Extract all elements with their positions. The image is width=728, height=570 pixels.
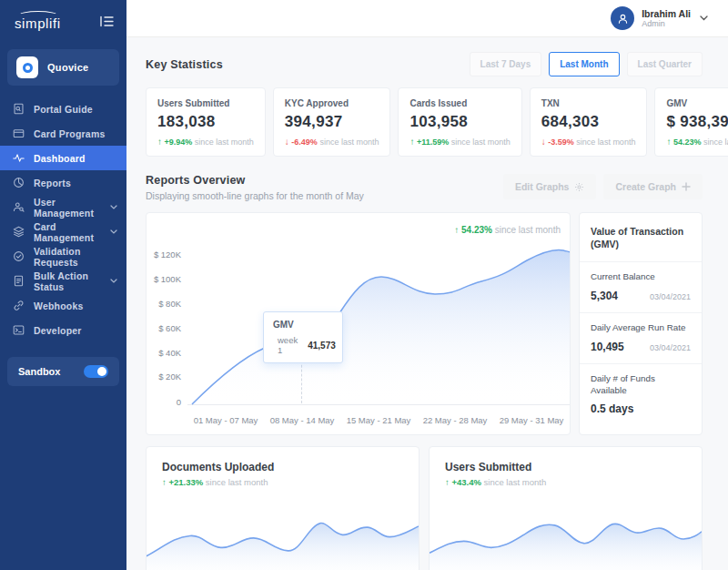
users-submitted-sparkline: [430, 494, 702, 570]
user-management-icon: [13, 201, 25, 213]
filter-last-month[interactable]: Last Month: [549, 52, 619, 76]
x-axis-labels: 01 May - 07 May 08 May - 14 May 15 May -…: [187, 415, 570, 425]
chevron-down-icon: [110, 205, 117, 209]
arrow-up-icon: ↑: [666, 137, 671, 147]
mini-card-title: Documents Uploaded: [162, 461, 419, 473]
sandbox-label: Sandbox: [18, 366, 60, 377]
mini-card-title: Users Submitted: [445, 461, 702, 473]
sidebar-collapse-icon[interactable]: [100, 15, 114, 31]
mini-card-delta: ↑ +21.33% since last month: [162, 477, 419, 487]
dashboard-icon: [13, 152, 25, 164]
stat-card-txn: TXN 684,303 ↓ -3.59% since last month: [530, 87, 648, 157]
y-tick: $ 100K: [147, 274, 181, 284]
sandbox-section: Sandbox: [7, 357, 119, 386]
stat-delta: ↑ +9.94% since last month: [157, 137, 254, 147]
user-name: Ibrahim Ali: [642, 8, 691, 19]
create-graph-button[interactable]: Create Graph: [603, 174, 703, 199]
sidebar-item-user-management[interactable]: User Management: [0, 195, 126, 219]
filter-last-quarter[interactable]: Last Quarter: [627, 52, 703, 76]
y-tick: 0: [147, 397, 181, 407]
gmv-chart-card: ↑ 54.23% since last month $ 120K $ 100K …: [146, 212, 571, 435]
mini-card-delta: ↑ +43.4% since last month: [445, 477, 702, 487]
documents-uploaded-card: Documents Uploaded ↑ +21.33% since last …: [146, 446, 420, 570]
chevron-down-icon: [110, 229, 117, 234]
stat-cards-row: Users Submitted 183,038 ↑ +9.94% since l…: [146, 87, 703, 157]
arrow-up-icon: ↑: [162, 477, 167, 487]
arrow-up-icon: ↑: [445, 477, 450, 487]
gear-icon: [574, 182, 584, 192]
sidebar-item-reports[interactable]: Reports: [0, 170, 126, 195]
y-tick: $ 40K: [147, 348, 181, 358]
documents-uploaded-sparkline: [147, 494, 419, 570]
stat-card-kyc-approved: KYC Approved 394,937 ↓ -6.49% since last…: [273, 87, 391, 157]
chart-tooltip: GMV week 1 41,573: [263, 311, 343, 363]
reports-overview-subtitle: Displaying smooth-line graphs for the mo…: [146, 190, 364, 201]
portal-guide-icon: [13, 103, 25, 115]
validation-requests-icon: [13, 250, 25, 262]
users-submitted-card: Users Submitted ↑ +43.4% since last mont…: [429, 446, 703, 570]
card-management-icon: [13, 226, 25, 238]
filter-last-7-days[interactable]: Last 7 Days: [470, 52, 542, 76]
x-tick: 01 May - 07 May: [187, 415, 264, 425]
stat-card-cards-issued: Cards Issued 103,958 ↑ +11.59% since las…: [398, 87, 521, 157]
time-filter-group: Last 7 Days Last Month Last Quarter: [470, 52, 703, 76]
sidebar-item-validation-requests[interactable]: Validation Requests: [0, 244, 126, 269]
arrow-up-icon: ↑: [157, 137, 162, 147]
edit-graphs-button[interactable]: Edit Graphs: [503, 174, 597, 199]
sandbox-toggle[interactable]: [84, 365, 108, 378]
bulk-action-status-icon: [13, 275, 25, 287]
sidebar-item-dashboard[interactable]: Dashboard: [0, 146, 126, 170]
reports-overview-title: Reports Overview: [146, 174, 364, 187]
y-tick: $ 60K: [147, 323, 181, 333]
sidebar: simplifi Quovice Portal Guide Card Progr…: [0, 0, 126, 570]
gmv-row-daily-average: Daily Average Run Rate 10,495 03/04/2021: [580, 313, 702, 364]
developer-icon: [13, 324, 25, 336]
stat-delta: ↑ +11.59% since last month: [410, 137, 510, 147]
x-tick: 08 May - 14 May: [264, 415, 340, 425]
stat-delta: ↑ 54.23% since last month: [666, 137, 728, 147]
sidebar-item-portal-guide[interactable]: Portal Guide: [0, 97, 126, 121]
workspace-logo-icon: [16, 56, 38, 78]
x-tick: 22 May - 28 May: [417, 415, 493, 425]
arrow-down-icon: ↓: [541, 137, 546, 147]
y-tick: $ 20K: [147, 372, 181, 382]
main-content: Key Statistics Last 7 Days Last Month La…: [126, 37, 728, 570]
webhooks-icon: [13, 300, 25, 311]
stat-delta: ↓ -6.49% since last month: [285, 137, 379, 147]
sidebar-nav: Portal Guide Card Programs Dashboard Rep…: [0, 97, 126, 342]
stat-delta: ↓ -3.59% since last month: [541, 137, 636, 147]
x-tick: 29 May - 31 May: [493, 415, 570, 425]
y-tick: $ 80K: [147, 299, 181, 309]
chevron-down-icon: [110, 279, 117, 283]
gmv-row-funds-available: Daily # of Funds Available 0.5 days: [580, 364, 702, 425]
stat-card-users-submitted: Users Submitted 183,038 ↑ +9.94% since l…: [146, 87, 266, 157]
gmv-area-chart[interactable]: [187, 229, 570, 407]
sidebar-item-webhooks[interactable]: Webhooks: [0, 293, 126, 318]
arrow-up-icon: ↑: [410, 137, 414, 147]
key-statistics-title: Key Statistics: [146, 58, 223, 71]
user-role: Admin: [642, 19, 691, 28]
logo-arc: [18, 11, 58, 20]
app-logo: simplifi: [15, 15, 61, 31]
card-programs-icon: [13, 127, 25, 139]
gmv-panel-title: Value of Transaction (GMV): [580, 213, 702, 262]
avatar[interactable]: [611, 6, 634, 30]
plus-icon: [682, 182, 691, 191]
gmv-info-panel: Value of Transaction (GMV) Current Balan…: [579, 212, 703, 435]
sidebar-item-card-programs[interactable]: Card Programs: [0, 121, 126, 146]
chevron-down-icon[interactable]: [700, 15, 708, 21]
gmv-row-current-balance: Current Balance 5,304 03/04/2021: [580, 262, 702, 313]
sidebar-item-card-management[interactable]: Card Management: [0, 219, 126, 244]
workspace-name: Quovice: [47, 62, 89, 73]
top-bar: Ibrahim Ali Admin: [126, 0, 728, 37]
sidebar-item-bulk-action-status[interactable]: Bulk Action Status: [0, 269, 126, 293]
stat-card-gmv: GMV $ 938,398 ↑ 54.23% since last month: [654, 87, 728, 157]
workspace-selector[interactable]: Quovice: [7, 49, 119, 86]
reports-icon: [13, 177, 25, 188]
y-tick: $ 120K: [147, 249, 181, 260]
arrow-down-icon: ↓: [285, 137, 289, 147]
x-tick: 15 May - 21 May: [340, 415, 417, 425]
user-info[interactable]: Ibrahim Ali Admin: [642, 8, 691, 28]
user-icon: [617, 13, 629, 25]
sidebar-item-developer[interactable]: Developer: [0, 318, 126, 342]
